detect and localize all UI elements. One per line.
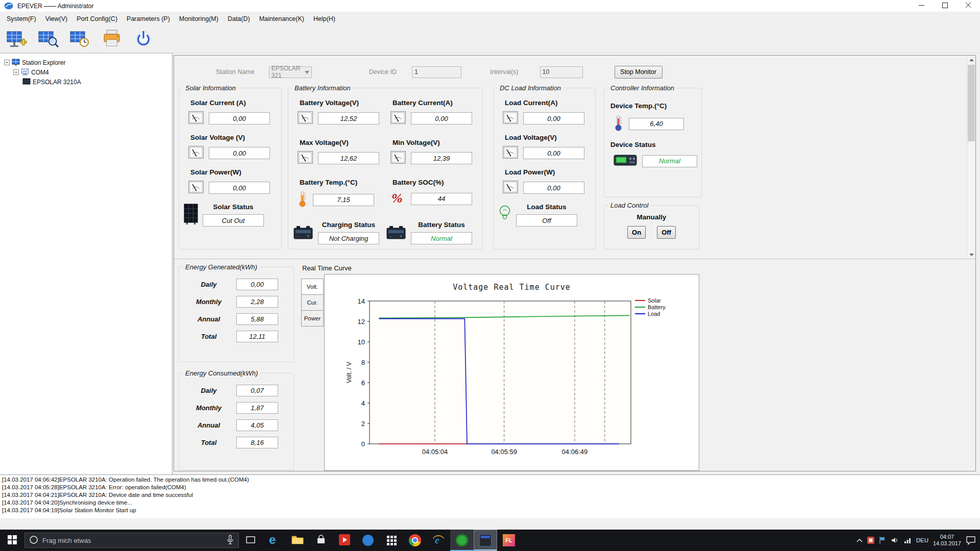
bulb-icon xyxy=(498,204,512,226)
taskbar-search[interactable] xyxy=(24,533,239,548)
taskbar-app-epever[interactable] xyxy=(474,530,497,551)
log-line: [14.03.2017 04:05:28]EPSOLAR 3210A: Erro… xyxy=(2,484,978,491)
taskbar-app-edge[interactable]: e xyxy=(262,530,286,551)
menu-system[interactable]: System(F) xyxy=(2,13,41,24)
gauge-icon xyxy=(390,111,406,126)
taskbar-app-fl[interactable]: FL xyxy=(497,530,521,551)
chevron-down-icon xyxy=(305,68,309,76)
real-time-curve-title: Real Time Curve xyxy=(302,264,699,272)
battery-icon: -+ xyxy=(292,224,314,242)
taskbar-app-video[interactable] xyxy=(333,530,356,551)
load-current-field: Load Current(A) 0,00 xyxy=(498,99,591,126)
scrollbar-thumb[interactable] xyxy=(968,65,975,141)
video-play-icon xyxy=(339,534,350,547)
device-temp-field: Device Temp.(°C) 6,40 xyxy=(608,102,697,133)
speaker-icon[interactable] xyxy=(891,536,899,544)
power-button[interactable] xyxy=(132,28,155,51)
tab-power[interactable]: Power xyxy=(301,310,324,327)
solar-current-field: Solar Current (A) 0,00 xyxy=(183,99,277,126)
taskbar-app-file-explorer[interactable] xyxy=(286,530,309,551)
solar-power-value: 0,00 xyxy=(209,182,270,194)
taskbar-clock[interactable]: 04:07 14.03.2017 xyxy=(933,534,961,547)
gauge-icon xyxy=(188,146,204,160)
device-temp-value: 6,40 xyxy=(629,118,684,130)
generated-total-value: 12,11 xyxy=(236,331,278,342)
print-button[interactable] xyxy=(100,28,124,51)
menu-view[interactable]: View(V) xyxy=(41,13,72,24)
station-name-select[interactable]: EPSOLAR 321 xyxy=(269,66,312,78)
chrome-icon xyxy=(409,534,421,546)
svg-text:4: 4 xyxy=(361,399,365,407)
tree-item-com4[interactable]: COM4 xyxy=(4,67,172,77)
station-monitor-icon xyxy=(38,28,59,50)
taskbar-app-mail[interactable] xyxy=(356,530,380,551)
controller-information-group: Controller Information Device Temp.(°C) … xyxy=(604,84,702,197)
svg-text:+: + xyxy=(307,234,309,239)
dc-load-group-title: DC Load Information xyxy=(498,84,563,92)
log-line: [14.03.2017 04:04:20]Synchronising devic… xyxy=(2,499,978,507)
taskbar-app-solar-monitor[interactable] xyxy=(450,530,474,551)
menu-help[interactable]: Help(H) xyxy=(309,13,340,24)
network-icon[interactable] xyxy=(903,536,912,544)
microphone-icon[interactable] xyxy=(226,534,234,547)
device-time-button[interactable] xyxy=(68,28,92,51)
svg-text:6: 6 xyxy=(361,379,365,387)
close-button[interactable] xyxy=(957,0,980,12)
taskbar-app-store[interactable] xyxy=(309,530,333,551)
task-view-button[interactable] xyxy=(239,530,262,551)
station-explorer-tree: Station Explorer COM4 EPSOLAR 3210A xyxy=(0,53,173,474)
solar-panel-icon xyxy=(183,204,199,227)
real-time-curve-panel: Real Time Curve Volt. Cur. Power Voltage… xyxy=(301,263,699,471)
taskbar: e e FL DEU 04:07 14.03.2017 xyxy=(0,530,980,551)
stop-monitor-button[interactable]: Stop Monitor xyxy=(615,66,663,79)
battery-status-value: Normal xyxy=(411,232,472,244)
voltage-chart: Voltage Real Time Curve 0246810121404:05… xyxy=(324,274,699,471)
monitor-scrollbar[interactable] xyxy=(967,56,975,259)
station-monitor-button[interactable] xyxy=(37,28,60,51)
load-on-button[interactable]: On xyxy=(627,226,646,239)
tab-current[interactable]: Cur. xyxy=(301,294,324,311)
solar-group-title: Solar Information xyxy=(183,84,238,92)
svg-text:14: 14 xyxy=(358,298,365,305)
menu-monitoring[interactable]: Monitoring(M) xyxy=(175,13,223,24)
tree-item-station-explorer[interactable]: Station Explorer xyxy=(4,58,172,67)
menu-maintenance[interactable]: Maintenance(K) xyxy=(255,13,309,24)
start-button[interactable] xyxy=(0,530,24,551)
tree-collapse-icon[interactable] xyxy=(13,69,19,75)
taskbar-app-grid[interactable] xyxy=(380,530,403,551)
interval-label: Interval(s) xyxy=(490,68,519,76)
svg-text:0: 0 xyxy=(361,440,365,448)
minimize-button[interactable] xyxy=(910,0,933,12)
device-id-input[interactable] xyxy=(412,66,461,78)
tray-chevron-icon[interactable] xyxy=(856,538,863,542)
load-status-field: Load Status Off xyxy=(498,203,591,227)
realtime-monitor-section: Station Name EPSOLAR 321 Device ID Inter… xyxy=(174,56,975,259)
menu-data[interactable]: Data(D) xyxy=(223,13,255,24)
tree-collapse-icon[interactable] xyxy=(4,60,10,65)
menu-port-config[interactable]: Port Config(C) xyxy=(72,13,122,24)
menu-parameters[interactable]: Parameters (P) xyxy=(122,13,175,24)
load-off-button[interactable]: Off xyxy=(657,226,676,239)
monitor-header: Station Name EPSOLAR 321 Device ID Inter… xyxy=(174,56,966,84)
language-indicator[interactable]: DEU xyxy=(916,537,928,543)
device-status-field: Device Status Normal xyxy=(608,141,697,168)
taskbar-app-internet-explorer[interactable]: e xyxy=(427,530,450,551)
tab-volt[interactable]: Volt. xyxy=(301,279,324,295)
notification-center-icon[interactable] xyxy=(966,536,976,545)
scroll-up-icon[interactable] xyxy=(967,56,975,64)
app-window: EPEVER —— Administrator System(F) View(V… xyxy=(0,0,980,551)
device-icon xyxy=(22,78,31,86)
interval-input[interactable] xyxy=(540,66,583,78)
load-voltage-value: 0,00 xyxy=(523,147,584,159)
tree-item-epsolar-3210a[interactable]: EPSOLAR 3210A xyxy=(4,77,172,87)
taskbar-app-chrome[interactable] xyxy=(403,530,427,551)
battery-current-field: Battery Current(A) 0,00 xyxy=(385,99,478,126)
scroll-down-icon[interactable] xyxy=(967,251,975,259)
edge-icon: e xyxy=(267,533,281,548)
add-station-button[interactable] xyxy=(5,28,29,51)
tray-red-app-icon[interactable] xyxy=(867,537,874,544)
tray-flag-icon[interactable] xyxy=(879,536,886,544)
search-input[interactable] xyxy=(42,537,222,544)
energy-generated-group: Energy Generated(kWh) Daily0,00 Monthly2… xyxy=(179,263,294,362)
maximize-button[interactable] xyxy=(933,0,957,12)
